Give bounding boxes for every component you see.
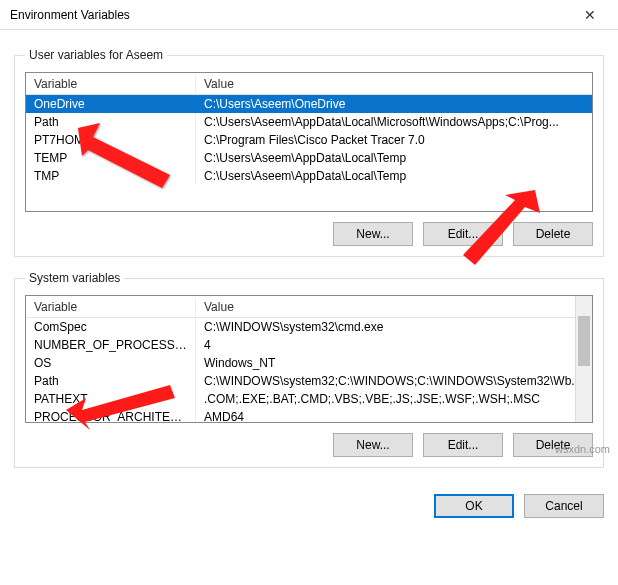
cell-variable: NUMBER_OF_PROCESSORS <box>26 336 196 354</box>
cell-variable: TEMP <box>26 149 196 167</box>
table-row[interactable]: TEMP C:\Users\Aseem\AppData\Local\Temp <box>26 149 592 167</box>
system-table-rows: ComSpec C:\WINDOWS\system32\cmd.exe NUMB… <box>26 318 592 423</box>
title-bar: Environment Variables ✕ <box>0 0 618 30</box>
cell-variable: PROCESSOR_ARCHITECTURE <box>26 408 196 423</box>
cell-variable: TMP <box>26 167 196 185</box>
close-icon: ✕ <box>584 7 596 23</box>
cell-variable: OneDrive <box>26 95 196 113</box>
table-row[interactable]: PROCESSOR_ARCHITECTURE AMD64 <box>26 408 592 423</box>
table-row[interactable]: ComSpec C:\WINDOWS\system32\cmd.exe <box>26 318 592 336</box>
column-header-variable[interactable]: Variable <box>26 75 196 93</box>
column-header-value[interactable]: Value <box>196 298 592 316</box>
dialog-title: Environment Variables <box>10 8 570 22</box>
table-row[interactable]: PT7HOME C:\Program Files\Cisco Packet Tr… <box>26 131 592 149</box>
cell-variable: ComSpec <box>26 318 196 336</box>
cell-variable: PATHEXT <box>26 390 196 408</box>
system-variables-legend: System variables <box>25 271 124 285</box>
system-variables-table[interactable]: Variable Value ComSpec C:\WINDOWS\system… <box>25 295 593 423</box>
user-variables-legend: User variables for Aseem <box>25 48 167 62</box>
table-row[interactable]: PATHEXT .COM;.EXE;.BAT;.CMD;.VBS;.VBE;.J… <box>26 390 592 408</box>
scrollbar[interactable] <box>575 296 592 422</box>
ok-button[interactable]: OK <box>434 494 514 518</box>
dialog-footer: OK Cancel <box>0 490 618 528</box>
cell-variable: OS <box>26 354 196 372</box>
user-edit-button[interactable]: Edit... <box>423 222 503 246</box>
cell-value: C:\WINDOWS\system32\cmd.exe <box>196 318 592 336</box>
system-table-header: Variable Value <box>26 296 592 318</box>
user-variables-buttons: New... Edit... Delete <box>25 222 593 246</box>
cell-value: C:\Users\Aseem\AppData\Local\Temp <box>196 167 592 185</box>
user-table-rows: OneDrive C:\Users\Aseem\OneDrive Path C:… <box>26 95 592 185</box>
dialog-body: User variables for Aseem Variable Value … <box>0 30 618 490</box>
cell-value: C:\Users\Aseem\AppData\Local\Temp <box>196 149 592 167</box>
user-variables-group: User variables for Aseem Variable Value … <box>14 48 604 257</box>
cell-value: AMD64 <box>196 408 592 423</box>
scrollbar-thumb[interactable] <box>578 316 590 366</box>
cell-value: C:\Users\Aseem\OneDrive <box>196 95 592 113</box>
column-header-value[interactable]: Value <box>196 75 592 93</box>
user-variables-table[interactable]: Variable Value OneDrive C:\Users\Aseem\O… <box>25 72 593 212</box>
table-row[interactable]: Path C:\Users\Aseem\AppData\Local\Micros… <box>26 113 592 131</box>
cancel-button[interactable]: Cancel <box>524 494 604 518</box>
system-variables-buttons: New... Edit... Delete <box>25 433 593 457</box>
close-button[interactable]: ✕ <box>570 0 610 30</box>
user-table-header: Variable Value <box>26 73 592 95</box>
system-new-button[interactable]: New... <box>333 433 413 457</box>
table-row[interactable]: TMP C:\Users\Aseem\AppData\Local\Temp <box>26 167 592 185</box>
cell-variable: PT7HOME <box>26 131 196 149</box>
user-new-button[interactable]: New... <box>333 222 413 246</box>
cell-value: C:\Users\Aseem\AppData\Local\Microsoft\W… <box>196 113 592 131</box>
table-row[interactable]: OneDrive C:\Users\Aseem\OneDrive <box>26 95 592 113</box>
cell-variable: Path <box>26 372 196 390</box>
cell-value: C:\Program Files\Cisco Packet Tracer 7.0 <box>196 131 592 149</box>
watermark-text: wsxdn.com <box>555 443 610 455</box>
cell-value: .COM;.EXE;.BAT;.CMD;.VBS;.VBE;.JS;.JSE;.… <box>196 390 592 408</box>
cell-value: C:\WINDOWS\system32;C:\WINDOWS;C:\WINDOW… <box>196 372 592 390</box>
table-row[interactable]: Path C:\WINDOWS\system32;C:\WINDOWS;C:\W… <box>26 372 592 390</box>
table-row[interactable]: OS Windows_NT <box>26 354 592 372</box>
column-header-variable[interactable]: Variable <box>26 298 196 316</box>
cell-value: 4 <box>196 336 592 354</box>
cell-variable: Path <box>26 113 196 131</box>
system-edit-button[interactable]: Edit... <box>423 433 503 457</box>
user-delete-button[interactable]: Delete <box>513 222 593 246</box>
cell-value: Windows_NT <box>196 354 592 372</box>
system-variables-group: System variables Variable Value ComSpec … <box>14 271 604 468</box>
table-row[interactable]: NUMBER_OF_PROCESSORS 4 <box>26 336 592 354</box>
